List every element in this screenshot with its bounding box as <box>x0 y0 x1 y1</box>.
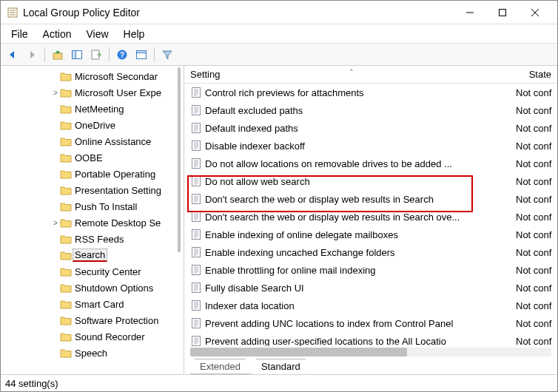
tree-item[interactable]: Presentation Setting <box>1 182 184 198</box>
list-row-state: Not conf <box>513 141 557 152</box>
toolbar-separator <box>109 47 110 62</box>
tree-item[interactable]: Sound Recorder <box>1 328 184 345</box>
list-row-label: Control rich previews for attachments <box>205 87 513 98</box>
list-body[interactable]: Control rich previews for attachmentsNot… <box>184 84 557 346</box>
tree-item[interactable]: RSS Feeds <box>1 231 184 247</box>
policy-icon <box>190 264 202 276</box>
minimize-button[interactable] <box>454 1 486 24</box>
tree-item[interactable]: Software Protection <box>1 312 184 328</box>
menu-help[interactable]: Help <box>116 27 152 41</box>
tree-pane: Microsoft Secondar>Microsoft User ExpeNe… <box>1 66 184 374</box>
list-row-label: Default excluded paths <box>205 105 513 116</box>
tab-standard[interactable]: Standard <box>252 359 310 374</box>
menu-file[interactable]: File <box>4 27 36 41</box>
tree-item-label: Software Protection <box>75 315 158 326</box>
policy-icon <box>190 122 202 134</box>
tree-expander-icon[interactable]: > <box>51 89 60 97</box>
properties-button[interactable] <box>132 46 150 64</box>
menu-action[interactable]: Action <box>36 27 79 41</box>
tab-extended[interactable]: Extended <box>190 359 250 374</box>
menubar: File Action View Help <box>1 24 557 44</box>
list-row-label: Default indexed paths <box>205 123 513 134</box>
tree-item[interactable]: Portable Operating <box>1 166 184 182</box>
list-row[interactable]: Fully disable Search UINot conf <box>184 279 557 297</box>
column-state[interactable]: State <box>513 69 557 80</box>
menu-view[interactable]: View <box>78 27 115 41</box>
tree-item-label: Speech <box>75 348 107 359</box>
tree-item-label: Remote Desktop Se <box>75 217 161 229</box>
list-pane: Setting ⌃ State Control rich previews fo… <box>184 66 557 374</box>
close-button[interactable] <box>519 1 551 24</box>
list-row-state: Not conf <box>513 176 557 187</box>
list-row[interactable]: Disable indexer backoffNot conf <box>184 137 557 155</box>
list-row-state: Not conf <box>513 194 557 205</box>
forward-button[interactable] <box>23 46 41 64</box>
list-row-state: Not conf <box>513 87 557 98</box>
list-row[interactable]: Prevent adding UNC locations to index fr… <box>184 314 557 332</box>
svg-text:?: ? <box>120 51 124 59</box>
horizontal-scrollbar[interactable] <box>190 348 551 356</box>
list-row[interactable]: Do not allow web searchNot conf <box>184 172 557 190</box>
list-row[interactable]: Don't search the web or display web resu… <box>184 190 557 208</box>
folder-icon <box>60 299 72 309</box>
toolbar: ? <box>1 44 557 66</box>
policy-icon <box>190 300 202 311</box>
tab-bar: Extended Standard <box>184 356 557 374</box>
folder-icon <box>60 283 72 293</box>
export-list-button[interactable] <box>87 46 105 64</box>
list-row-label: Enable indexing of online delegate mailb… <box>205 229 513 240</box>
list-row[interactable]: Default excluded pathsNot conf <box>184 101 557 119</box>
list-row[interactable]: Indexer data locationNot conf <box>184 297 557 314</box>
tree-item[interactable]: >Remote Desktop Se <box>1 214 184 231</box>
tree-item[interactable]: NetMeeting <box>1 101 184 117</box>
list-row[interactable]: Do not allow locations on removable driv… <box>184 155 557 172</box>
up-button[interactable] <box>49 46 67 64</box>
maximize-button[interactable] <box>486 1 519 24</box>
tree-item[interactable]: Security Center <box>1 263 184 280</box>
list-row[interactable]: Default indexed pathsNot conf <box>184 119 557 137</box>
list-row-label: Fully disable Search UI <box>205 283 513 294</box>
tree-item[interactable]: Online Assistance <box>1 133 184 149</box>
list-row-state: Not conf <box>513 300 557 311</box>
tree-item-label: Security Center <box>75 266 141 277</box>
policy-icon <box>190 140 202 152</box>
show-hide-tree-button[interactable] <box>68 46 86 64</box>
policy-icon <box>190 104 202 116</box>
help-button[interactable]: ? <box>113 46 131 64</box>
list-row[interactable]: Control rich previews for attachmentsNot… <box>184 84 557 101</box>
column-setting[interactable]: Setting ⌃ <box>184 69 513 80</box>
tree-item[interactable]: Push To Install <box>1 198 184 214</box>
tree[interactable]: Microsoft Secondar>Microsoft User ExpeNe… <box>1 66 184 363</box>
tree-expander-icon[interactable]: > <box>51 219 60 227</box>
policy-icon <box>190 246 202 258</box>
policy-icon <box>190 317 202 329</box>
list-row[interactable]: Enable indexing of online delegate mailb… <box>184 226 557 243</box>
list-row-label: Enable throttling for online mail indexi… <box>205 265 513 276</box>
policy-icon <box>190 282 202 294</box>
tree-item[interactable]: >Microsoft User Expe <box>1 84 184 101</box>
tree-item[interactable]: OOBE <box>1 149 184 166</box>
list-row[interactable]: Enable throttling for online mail indexi… <box>184 261 557 279</box>
folder-icon <box>60 315 72 325</box>
policy-icon <box>190 175 202 187</box>
tree-item[interactable]: Shutdown Options <box>1 280 184 296</box>
folder-icon <box>60 217 72 228</box>
tree-item[interactable]: Speech <box>1 345 184 361</box>
tree-item[interactable]: OneDrive <box>1 117 184 133</box>
policy-icon <box>190 229 202 240</box>
status-bar: 44 setting(s) <box>1 375 557 391</box>
tree-item[interactable]: Smart Card <box>1 296 184 312</box>
tree-item-label: Portable Operating <box>75 169 155 180</box>
sort-indicator-icon: ⌃ <box>349 68 354 75</box>
tree-item[interactable]: Search <box>1 247 184 263</box>
tree-item[interactable]: Microsoft Secondar <box>1 68 184 84</box>
list-row[interactable]: Prevent adding user-specified locations … <box>184 332 557 346</box>
back-button[interactable] <box>4 46 21 64</box>
list-header[interactable]: Setting ⌃ State <box>184 66 557 84</box>
list-row[interactable]: Enable indexing uncached Exchange folder… <box>184 243 557 261</box>
folder-icon <box>60 185 72 195</box>
filter-button[interactable] <box>158 46 176 64</box>
folder-icon <box>60 348 72 358</box>
column-state-label: State <box>529 69 551 80</box>
list-row[interactable]: Don't search the web or display web resu… <box>184 208 557 226</box>
